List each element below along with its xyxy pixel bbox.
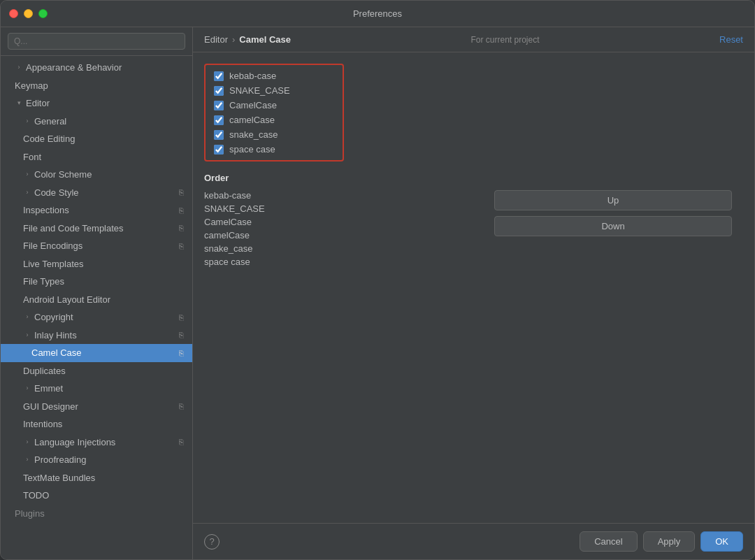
- sidebar-item-label: Camel Case: [31, 346, 82, 360]
- order-item[interactable]: SNAKE_CASE: [204, 203, 265, 214]
- order-label: Order: [204, 173, 743, 183]
- close-button[interactable]: [9, 9, 18, 18]
- sidebar-item-label: GUI Designer: [23, 400, 78, 414]
- order-item[interactable]: kebab-case: [204, 190, 265, 201]
- sidebar-item-live-templates[interactable]: Live Templates: [1, 255, 192, 273]
- checkbox-item-space-case: space case: [214, 144, 334, 155]
- sidebar-item-language-injections[interactable]: Language Injections ⎘: [1, 433, 192, 452]
- sidebar-item-label: Code Editing: [23, 132, 75, 146]
- order-item[interactable]: camelCase: [204, 230, 265, 240]
- sidebar-item-general[interactable]: General: [1, 113, 192, 131]
- sidebar-item-file-encodings[interactable]: File Encodings ⎘: [1, 237, 192, 255]
- sidebar-item-android-layout-editor[interactable]: Android Layout Editor: [1, 291, 192, 309]
- sidebar-list: Appearance & Behavior Keymap Editor Gene…: [1, 56, 192, 559]
- copy-icon: ⎘: [175, 436, 187, 447]
- sidebar-item-label: Appearance & Behavior: [26, 61, 122, 75]
- checkbox-group: kebab-case SNAKE_CASE CamelCase camelCas…: [204, 64, 344, 161]
- checkbox-kebab-case[interactable]: [214, 71, 224, 81]
- sidebar-item-camel-case[interactable]: Camel Case ⎘: [1, 344, 192, 362]
- copy-icon: ⎘: [175, 312, 187, 323]
- sidebar-item-intentions[interactable]: Intentions: [1, 415, 192, 433]
- sidebar-item-todo[interactable]: TODO: [1, 487, 192, 505]
- down-button[interactable]: Down: [494, 216, 732, 236]
- sidebar-item-editor[interactable]: Editor: [1, 94, 192, 113]
- traffic-lights: [9, 9, 48, 18]
- sidebar-item-gui-designer[interactable]: GUI Designer ⎘: [1, 398, 192, 416]
- apply-button[interactable]: Apply: [643, 531, 696, 552]
- order-buttons: Up Down: [494, 190, 732, 236]
- sidebar-item-label: Duplicates: [23, 364, 66, 378]
- sidebar-item-label: Copyright: [34, 310, 73, 324]
- title-bar: Preferences: [1, 1, 754, 27]
- maximize-button[interactable]: [38, 9, 48, 18]
- checkbox-item-snake-case-upper: SNAKE_CASE: [214, 85, 334, 96]
- checkbox-camel-case-lower[interactable]: [214, 115, 224, 125]
- sidebar-item-plugins[interactable]: Plugins: [1, 505, 192, 523]
- sidebar-item-label: Color Scheme: [34, 168, 92, 182]
- ok-button[interactable]: OK: [700, 531, 743, 552]
- sidebar-item-appearance-behavior[interactable]: Appearance & Behavior: [1, 59, 192, 77]
- breadcrumb: Editor › Camel Case: [204, 34, 291, 45]
- sidebar-item-label: General: [34, 115, 66, 129]
- content-header: Editor › Camel Case For current project …: [193, 27, 754, 52]
- checkbox-space-case[interactable]: [214, 145, 224, 155]
- order-item[interactable]: space case: [204, 257, 265, 267]
- chevron-icon: [23, 117, 31, 125]
- checkbox-snake-case[interactable]: [214, 130, 224, 140]
- sidebar-item-label: Inlay Hints: [34, 329, 77, 343]
- sidebar-item-label: TextMate Bundles: [23, 471, 95, 485]
- breadcrumb-current: Camel Case: [239, 34, 291, 45]
- sidebar-item-keymap[interactable]: Keymap: [1, 77, 192, 95]
- sidebar-item-inspections[interactable]: Inspections ⎘: [1, 201, 192, 220]
- chevron-icon: [23, 331, 31, 339]
- main-layout: Appearance & Behavior Keymap Editor Gene…: [1, 27, 754, 559]
- reset-button[interactable]: Reset: [719, 34, 743, 45]
- checkbox-label: camelCase: [229, 115, 275, 125]
- sidebar-item-font[interactable]: Font: [1, 148, 192, 166]
- cancel-button[interactable]: Cancel: [580, 531, 637, 552]
- order-item[interactable]: snake_case: [204, 243, 265, 254]
- sidebar: Appearance & Behavior Keymap Editor Gene…: [1, 27, 193, 559]
- chevron-icon: [23, 438, 31, 446]
- order-list: kebab-case SNAKE_CASE CamelCase camelCas…: [204, 190, 265, 267]
- sidebar-item-label: Proofreading: [34, 453, 86, 467]
- chevron-icon: [23, 456, 31, 464]
- checkbox-label: snake_case: [229, 129, 278, 140]
- sidebar-item-copyright[interactable]: Copyright ⎘: [1, 308, 192, 326]
- minimize-button[interactable]: [24, 9, 33, 18]
- sidebar-item-emmet[interactable]: Emmet: [1, 380, 192, 398]
- breadcrumb-separator: ›: [232, 34, 235, 45]
- sidebar-item-inlay-hints[interactable]: Inlay Hints ⎘: [1, 326, 192, 345]
- sidebar-item-label: Keymap: [15, 79, 48, 93]
- sidebar-item-color-scheme[interactable]: Color Scheme: [1, 166, 192, 184]
- sidebar-item-proofreading[interactable]: Proofreading: [1, 451, 192, 469]
- sidebar-item-duplicates[interactable]: Duplicates: [1, 362, 192, 380]
- sidebar-item-code-editing[interactable]: Code Editing: [1, 130, 192, 148]
- sidebar-item-label: Editor: [26, 96, 50, 110]
- sidebar-item-code-style[interactable]: Code Style ⎘: [1, 184, 192, 202]
- bottom-bar: ? Cancel Apply OK: [193, 523, 754, 559]
- sidebar-item-file-and-code-templates[interactable]: File and Code Templates ⎘: [1, 220, 192, 238]
- search-input[interactable]: [8, 33, 185, 50]
- chevron-icon: [15, 99, 23, 108]
- order-section: Order kebab-case SNAKE_CASE CamelCase ca…: [204, 173, 743, 267]
- order-item[interactable]: CamelCase: [204, 217, 265, 227]
- checkbox-snake-case-upper[interactable]: [214, 86, 224, 96]
- help-button[interactable]: ?: [204, 534, 220, 550]
- checkbox-camel-case-upper[interactable]: [214, 101, 224, 110]
- copy-icon: ⎘: [175, 205, 187, 216]
- sidebar-item-label: Plugins: [15, 507, 45, 521]
- checkbox-label: space case: [229, 144, 275, 155]
- chevron-icon: [23, 171, 31, 179]
- sidebar-item-label: Code Style: [34, 186, 79, 200]
- checkbox-label: kebab-case: [229, 71, 276, 81]
- up-button[interactable]: Up: [494, 190, 732, 210]
- sidebar-item-label: Language Injections: [34, 436, 115, 450]
- sidebar-item-textmate-bundles[interactable]: TextMate Bundles: [1, 469, 192, 487]
- sidebar-item-label: Intentions: [23, 417, 62, 431]
- chevron-icon: [15, 64, 23, 72]
- copy-icon: ⎘: [175, 187, 187, 198]
- bottom-actions: Cancel Apply OK: [580, 531, 743, 552]
- sidebar-item-label: File Types: [23, 275, 64, 289]
- sidebar-item-file-types[interactable]: File Types: [1, 273, 192, 291]
